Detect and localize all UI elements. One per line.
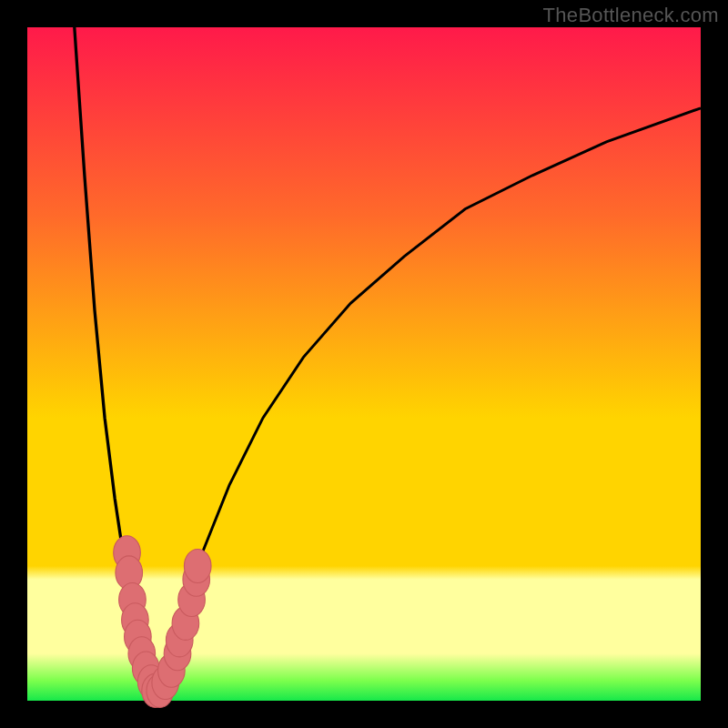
curve-right-branch (156, 108, 701, 698)
watermark-text: TheBottleneck.com (543, 4, 719, 27)
valley-markers (114, 536, 211, 708)
outer-frame: TheBottleneck.com (0, 0, 728, 728)
marker-dot (184, 550, 211, 583)
plot-area (27, 27, 701, 701)
chart-svg (27, 27, 701, 701)
